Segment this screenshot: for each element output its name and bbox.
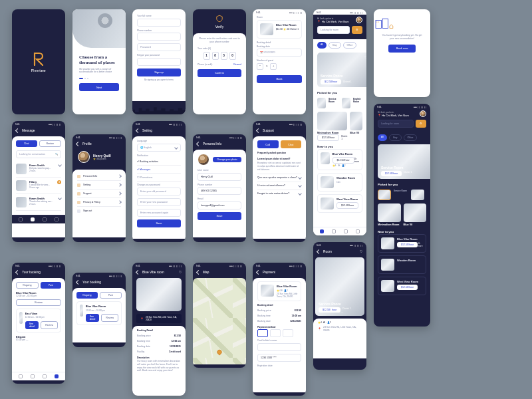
near-thumb[interactable] — [321, 176, 334, 188]
profile-link-privacy[interactable]: Privacy & Policy — [83, 201, 100, 203]
guest-plus-button[interactable]: + — [270, 63, 277, 70]
signup-repass-input[interactable] — [137, 58, 181, 66]
settings-save-button[interactable]: Save — [137, 219, 181, 227]
cardnumber-input[interactable]: 1234 1500 **** — [257, 354, 301, 362]
faq-item-open[interactable]: Lorem ipsum dolor sit amet? — [257, 158, 290, 160]
back-icon[interactable] — [136, 270, 140, 275]
near-thumb[interactable] — [381, 259, 394, 271]
nav-chat-icon[interactable] — [43, 374, 47, 378]
home-chip-office[interactable]: Office — [343, 42, 357, 49]
back-icon[interactable] — [136, 128, 140, 133]
list-thumb[interactable] — [404, 203, 427, 222]
onboarding-next-button[interactable]: Next — [79, 83, 119, 91]
booking-review-button[interactable]: Review — [101, 314, 118, 322]
home-chip-office[interactable]: Office — [404, 134, 418, 141]
room-gallery[interactable]: Service Room $12.50 / hourDistrict 1 • •… — [315, 257, 364, 316]
home-filter-button[interactable]: ⚙ — [352, 26, 362, 34]
nav-chat-icon[interactable] — [344, 229, 348, 233]
home-chip-stay[interactable]: Stay — [329, 42, 341, 49]
nav-profile-icon[interactable] — [356, 229, 360, 233]
signup-password-input[interactable]: Password — [137, 43, 181, 51]
signup-fullname-input[interactable] — [137, 19, 181, 27]
payment-other-option[interactable] — [283, 329, 293, 337]
near-thumb[interactable] — [321, 152, 330, 164]
list-thumb[interactable] — [350, 112, 362, 130]
profile-link-personal[interactable]: Personal Info — [83, 175, 97, 178]
nav-profile-icon[interactable] — [55, 217, 59, 221]
nav-home-icon[interactable] — [320, 229, 324, 233]
back-icon[interactable] — [15, 128, 20, 133]
messages-tab-rentee[interactable]: Rentee — [39, 140, 62, 147]
verify-confirm-button[interactable]: Confirm — [198, 69, 241, 77]
home-search-input[interactable]: Looking for room — [317, 26, 350, 34]
list-thumb[interactable] — [317, 112, 347, 130]
nav-chat-icon[interactable] — [31, 217, 35, 221]
home-avatar[interactable] — [420, 110, 426, 117]
messages-tab-chat[interactable]: Chat — [16, 140, 37, 147]
verify-digit-input[interactable]: 1 — [203, 52, 210, 60]
personal-phone-input[interactable]: 469 920 12365 — [198, 187, 241, 195]
personal-save-button[interactable]: Save — [198, 212, 241, 220]
nav-home-icon[interactable] — [19, 374, 23, 378]
home-chip-all[interactable]: All — [378, 134, 387, 141]
personal-username-input[interactable]: Henry Quill — [198, 173, 241, 181]
profile-link-setting[interactable]: Setting — [83, 184, 90, 186]
back-icon[interactable] — [256, 128, 261, 133]
nav-home-icon[interactable] — [19, 217, 23, 221]
bookmark-icon[interactable] — [364, 55, 366, 59]
bookings-tab-past[interactable]: Past — [41, 282, 62, 289]
back-icon[interactable] — [15, 270, 20, 275]
back-icon[interactable] — [76, 142, 80, 146]
heart-icon[interactable]: ♡ — [360, 250, 362, 253]
signup-submit-button[interactable]: Sign up — [137, 68, 181, 76]
list-thumb[interactable] — [378, 203, 401, 222]
booking-review-button[interactable]: Review — [41, 321, 58, 329]
messages-search-input[interactable]: Looking for conversation🔍 — [16, 150, 61, 158]
booking-detail-button[interactable]: See detail — [25, 321, 39, 329]
faq-item[interactable]: Quo usus apudus sequuntur a clean? — [257, 176, 297, 179]
map-view[interactable] — [193, 278, 246, 364]
verify-resend-link[interactable]: Resend — [233, 63, 241, 66]
payment-wallet-option[interactable] — [270, 329, 281, 337]
cardholder-input[interactable] — [257, 343, 301, 351]
faq-item[interactable]: Feugiat in ante metus dictum? — [257, 192, 289, 195]
verify-digit-input[interactable]: 8 — [212, 52, 219, 60]
change-photo-button[interactable]: Change your photo — [213, 157, 241, 162]
home-search-input[interactable]: Looking for room — [378, 120, 414, 128]
faq-item[interactable]: Ut enim ad amet ullamco? — [257, 184, 285, 187]
bookings-tab-past[interactable]: Past — [100, 292, 122, 299]
back-icon[interactable] — [317, 249, 321, 254]
booking-detail-button[interactable]: See detail — [86, 314, 100, 322]
near-thumb[interactable] — [381, 280, 394, 292]
near-thumb[interactable] — [321, 198, 334, 209]
bookings-tab-ongoing[interactable]: Ongoing — [16, 282, 39, 289]
booking-review-button[interactable]: Review — [16, 299, 61, 306]
payment-card-option[interactable] — [257, 329, 268, 337]
back-icon[interactable] — [76, 280, 80, 285]
nav-fav-icon[interactable] — [332, 229, 336, 233]
verify-digit-input[interactable]: 3 — [221, 52, 227, 60]
home-filter-button[interactable]: ⚙ — [416, 120, 426, 128]
picked-thumb[interactable] — [342, 98, 350, 108]
heart-icon[interactable]: ♡ — [179, 271, 182, 274]
support-call-button[interactable]: Call — [257, 140, 279, 148]
bookings-tab-ongoing[interactable]: Ongoing — [76, 292, 98, 299]
profile-link-support[interactable]: Support — [83, 192, 92, 195]
home-chip-stay[interactable]: Stay — [389, 134, 402, 141]
signup-phone-input[interactable] — [137, 33, 181, 41]
book-date-input[interactable]: 📅 12/12/2021 — [257, 49, 302, 57]
verify-digit-input[interactable]: 0 — [229, 52, 236, 60]
home-avatar[interactable] — [356, 17, 362, 23]
personal-email-input[interactable]: henryquill@gmail.com — [198, 201, 241, 209]
nav-fav-icon[interactable] — [31, 374, 35, 378]
book-submit-button[interactable]: Book — [257, 75, 302, 83]
settings-pw-again[interactable]: Enter new password again — [137, 209, 181, 217]
empty-cta-button[interactable]: Book now — [388, 45, 416, 53]
near-thumb[interactable] — [381, 237, 394, 249]
back-icon[interactable] — [256, 270, 261, 275]
bookmark-icon[interactable] — [428, 147, 430, 150]
settings-language-select[interactable]: 🌐 English — [137, 144, 181, 152]
nav-booking-icon[interactable] — [55, 374, 59, 378]
nav-fav-icon[interactable] — [43, 217, 47, 221]
picked-thumb[interactable] — [378, 190, 391, 200]
